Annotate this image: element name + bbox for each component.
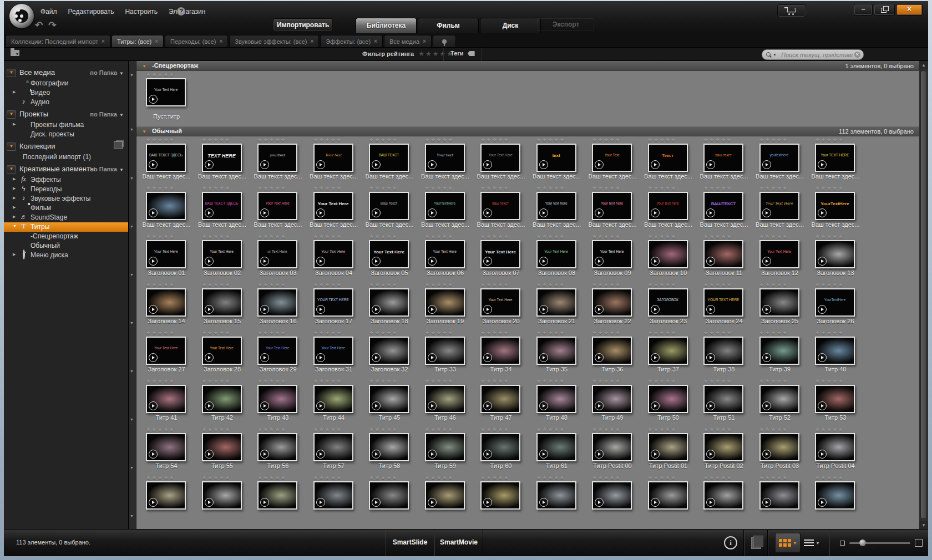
item-thumbnail[interactable] bbox=[202, 288, 242, 317]
rating-stars-icon[interactable]: ★★★★★ bbox=[480, 233, 509, 240]
play-icon[interactable] bbox=[762, 305, 771, 314]
rating-stars-icon[interactable]: ★★★★★ bbox=[369, 378, 398, 384]
play-icon[interactable] bbox=[818, 208, 827, 217]
play-icon[interactable] bbox=[818, 305, 827, 314]
library-item[interactable]: ★★★★★Your Text HereЗаголовок 27 bbox=[139, 329, 194, 378]
item-thumbnail[interactable] bbox=[146, 433, 186, 461]
library-item[interactable]: ★★★★★ur Text HereЗаголовок 03 bbox=[250, 233, 306, 281]
item-thumbnail[interactable] bbox=[257, 288, 297, 317]
library-item[interactable]: ★★★★★Your textВаш текст здес... bbox=[418, 136, 473, 185]
item-thumbnail[interactable]: ВАШ ТЕКСТ ЗДЕСЬ bbox=[146, 144, 186, 172]
rating-stars-icon[interactable]: ★★★★★ bbox=[648, 330, 677, 336]
section-header[interactable]: ▼-Спецрепортаж1 элементов, 0 выбрано bbox=[136, 61, 919, 71]
play-icon[interactable] bbox=[149, 401, 158, 410]
library-item[interactable]: ★★★★★Your Text HereЗаголовок 09 bbox=[585, 233, 640, 281]
library-item[interactable]: ★★★★★Титр 38 bbox=[696, 329, 752, 378]
item-thumbnail[interactable] bbox=[592, 288, 632, 317]
library-item[interactable]: ★★★★★Титр 60 bbox=[473, 426, 529, 474]
rating-stars-icon[interactable]: ★★★★★ bbox=[536, 233, 565, 240]
menu-item-Эл. магазин[interactable]: Эл. магазин bbox=[164, 7, 210, 17]
item-thumbnail[interactable] bbox=[146, 481, 186, 510]
sidebar-item[interactable]: Фотографии bbox=[4, 79, 128, 88]
rating-stars-icon[interactable]: ★★★★★ bbox=[257, 426, 286, 432]
rating-stars-icon[interactable]: ★★★★★ bbox=[815, 426, 844, 432]
rating-stars-icon[interactable]: ★★★★★ bbox=[146, 330, 175, 336]
play-icon[interactable] bbox=[762, 353, 771, 362]
item-thumbnail[interactable]: Текст bbox=[648, 144, 688, 172]
sidebar-item[interactable]: ▶fxЭффекты bbox=[4, 175, 128, 185]
play-icon[interactable] bbox=[818, 257, 827, 266]
rating-stars-icon[interactable]: ★★★★★ bbox=[648, 233, 677, 240]
rating-stars-icon[interactable]: ★★★★★ bbox=[536, 426, 565, 432]
item-thumbnail[interactable] bbox=[759, 337, 799, 365]
play-icon[interactable] bbox=[706, 450, 715, 459]
sidebar-group-header[interactable]: ▼Креативные элементыпо Папка▼ bbox=[4, 164, 128, 175]
rating-stars-icon[interactable]: ★★★★★ bbox=[648, 378, 677, 384]
play-icon[interactable] bbox=[149, 353, 158, 362]
play-icon[interactable] bbox=[483, 208, 492, 217]
item-thumbnail[interactable]: YourTextHere bbox=[815, 192, 855, 220]
sidebar-item[interactable]: ▶ϟПереходы bbox=[4, 185, 128, 194]
play-icon[interactable] bbox=[595, 305, 604, 314]
library-item[interactable]: ★★★★★Титр 44 bbox=[306, 378, 362, 426]
item-thumbnail[interactable] bbox=[536, 337, 576, 365]
play-icon[interactable] bbox=[372, 498, 381, 507]
library-item[interactable]: ★★★★★Ваш текстВаш текст здес... bbox=[362, 185, 417, 233]
scenes-view-icon[interactable] bbox=[751, 537, 761, 549]
play-icon[interactable] bbox=[706, 208, 715, 217]
rating-stars-icon[interactable]: ★★★★★ bbox=[703, 330, 732, 336]
import-button[interactable]: Импортировать bbox=[273, 18, 333, 31]
library-item[interactable]: ★★★★★Your Text HereЗаголовок 04 bbox=[306, 233, 362, 281]
rating-stars-icon[interactable]: ★★★★★ bbox=[703, 378, 732, 384]
item-thumbnail[interactable]: Your Text bbox=[592, 144, 632, 172]
item-thumbnail[interactable] bbox=[592, 481, 632, 510]
play-icon[interactable] bbox=[483, 353, 492, 362]
item-thumbnail[interactable] bbox=[146, 192, 186, 220]
play-icon[interactable] bbox=[260, 353, 269, 362]
play-icon[interactable] bbox=[818, 353, 827, 362]
library-item[interactable]: ★★★★★ВАШТЕКСТВаш текст здес... bbox=[696, 185, 752, 233]
rating-stars-icon[interactable]: ★★★★★ bbox=[369, 185, 398, 191]
library-item[interactable]: ★★★★★Your Text HereВаш текст здес... bbox=[752, 185, 808, 233]
play-icon[interactable] bbox=[372, 160, 381, 169]
library-item[interactable]: ★★★★★TEXT HEREВаш текст здес... bbox=[195, 136, 250, 185]
play-icon[interactable] bbox=[316, 208, 325, 217]
sidebar-group-header[interactable]: ▼Проектыпо Папка▼ bbox=[4, 109, 128, 120]
undo-button[interactable]: ↶ bbox=[35, 19, 43, 31]
rating-stars-icon[interactable]: ★★★★★ bbox=[257, 233, 286, 240]
item-thumbnail[interactable]: Your Text Here bbox=[257, 192, 297, 220]
sidebar-item[interactable]: ▼TТитры bbox=[4, 222, 128, 232]
library-item[interactable]: ★★★★★Заголовок 19 bbox=[418, 281, 473, 329]
rating-stars-icon[interactable]: ★★★★★ bbox=[313, 378, 342, 384]
play-icon[interactable] bbox=[818, 450, 827, 459]
play-icon[interactable] bbox=[483, 450, 492, 459]
item-thumbnail[interactable] bbox=[648, 240, 688, 268]
rating-stars-icon[interactable]: ★★★★★ bbox=[648, 475, 677, 481]
library-item[interactable]: ★★★★★Заголовок 15 bbox=[195, 281, 250, 329]
rating-stars-icon[interactable]: ★★★★★ bbox=[313, 330, 342, 336]
rating-stars-icon[interactable]: ★★★★★ bbox=[815, 475, 844, 481]
thumbnail-view-button[interactable]: ▼ bbox=[775, 533, 801, 553]
library-item[interactable]: ★★★★★Заголовок 10 bbox=[641, 233, 696, 281]
item-thumbnail[interactable]: Your text here bbox=[648, 192, 688, 220]
rating-stars-icon[interactable]: ★★★★★ bbox=[592, 233, 621, 240]
play-icon[interactable] bbox=[651, 160, 660, 169]
item-thumbnail[interactable]: text bbox=[536, 144, 576, 172]
search-input[interactable] bbox=[780, 51, 854, 59]
item-thumbnail[interactable] bbox=[648, 337, 688, 365]
library-item[interactable]: ★★★★★YOUR TEXT HEREЗаголовок 17 bbox=[306, 281, 362, 329]
collection-tab[interactable]: Все медиа× bbox=[384, 35, 432, 47]
library-item[interactable]: ★★★★★Your Text HereЗаголовок 07 bbox=[473, 233, 529, 281]
rating-stars-icon[interactable]: ★★★★★ bbox=[313, 475, 342, 481]
library-item[interactable]: ★★★★★Титр 45 bbox=[362, 378, 417, 426]
item-thumbnail[interactable] bbox=[425, 481, 465, 510]
redo-button[interactable]: ↷ bbox=[48, 19, 56, 31]
library-item[interactable]: ★★★★★Титр 49 bbox=[585, 378, 640, 426]
rating-stars-icon[interactable]: ★★★★★ bbox=[759, 185, 788, 191]
sidebar-group-header[interactable]: ▼Все медиапо Папка▼ bbox=[4, 68, 128, 79]
play-icon[interactable] bbox=[260, 257, 269, 266]
item-thumbnail[interactable] bbox=[536, 481, 576, 510]
library-item[interactable]: ★★★★★Заголовок 25 bbox=[752, 281, 808, 329]
rating-filter[interactable]: Фильтр рейтинга★★★★★ bbox=[362, 50, 454, 58]
library-item[interactable]: ★★★★★ bbox=[362, 474, 417, 522]
